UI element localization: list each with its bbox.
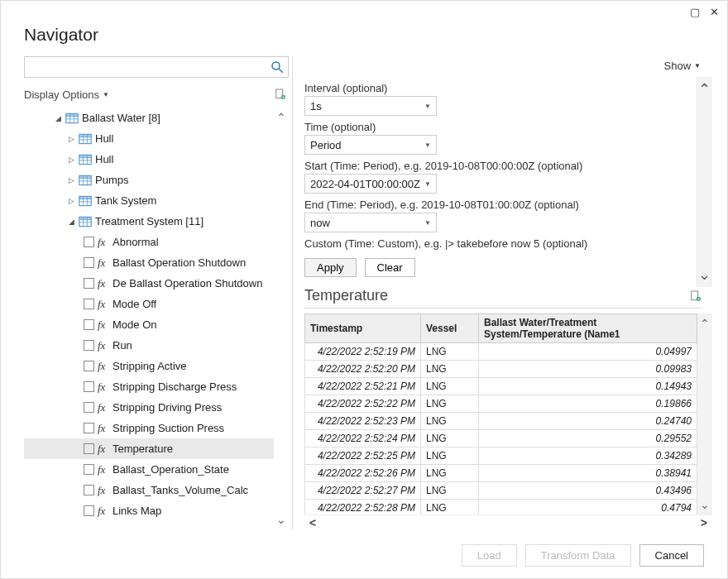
end-select[interactable]: now▼ [304,213,437,232]
table-row[interactable]: 4/22/2022 2:52:27 PMLNG0.43496 [305,482,697,500]
chevron-down-icon: ▼ [424,103,431,110]
expand-icon[interactable]: ▷ [67,135,75,143]
table-icon [79,216,92,227]
table-row[interactable]: 4/22/2022 2:52:28 PMLNG0.4794 [305,500,697,515]
table-row[interactable]: 4/22/2022 2:52:21 PMLNG0.14943 [305,378,697,395]
display-options-dropdown[interactable]: Display Options ▼ [24,89,109,101]
table-header[interactable]: Vessel [421,314,479,343]
tree-leaf-fx[interactable]: fxBallast_Tanks_Volume_Calc [24,480,274,500]
navigation-tree[interactable]: ◢Ballast Water [8]▷Hull▷Hull▷Pumps▷Tank … [24,108,274,529]
checkbox[interactable] [84,423,94,433]
table-vscrollbar[interactable]: ⌃ ⌄ [697,313,712,514]
cell-timestamp: 4/22/2022 2:52:19 PM [305,343,421,361]
left-pane: Display Options ▼ + ◢Ballast Water [8]▷H… [24,56,289,529]
time-select[interactable]: Period▼ [304,135,437,155]
checkbox[interactable] [84,505,94,516]
maximize-icon[interactable]: ▢ [690,6,700,18]
search-input[interactable] [24,56,289,78]
svg-point-0 [272,62,280,69]
apply-button[interactable]: Apply [304,258,357,277]
tree-label: Ballast Operation Shutdown [113,256,246,269]
tree-leaf-fx[interactable]: fxStripping Driving Press [24,397,274,418]
tree-leaf-fx[interactable]: fxLinks Map [24,500,274,521]
expand-icon[interactable]: ▷ [67,176,75,184]
tree-node[interactable]: ▷Tank System [24,190,274,211]
fx-icon: fx [98,422,109,435]
checkbox[interactable] [84,402,94,413]
table-hscrollbar[interactable]: < > [304,514,712,529]
tree-leaf-fx[interactable]: fxStripping Discharge Press [24,376,274,397]
scroll-up-icon[interactable]: ⌃ [700,317,710,330]
load-button[interactable]: Load [462,544,517,567]
expand-icon[interactable]: ▷ [67,156,75,164]
cell-vessel: LNG [421,343,479,361]
collapse-icon[interactable]: ◢ [67,218,75,226]
transform-data-button[interactable]: Transform Data [525,544,631,567]
checkbox[interactable] [84,361,94,371]
tree-leaf-fx[interactable]: fxBallast_Operation_State [24,459,274,480]
checkbox[interactable] [84,278,94,289]
tree-label: Pumps [95,174,128,186]
tree-leaf-fx[interactable]: fxTemperature [24,438,274,459]
show-dropdown[interactable]: Show ▼ [304,56,712,77]
tree-leaf-fx[interactable]: fxDe Ballast Operation Shutdown [24,273,274,294]
scroll-down-icon[interactable]: ⌄ [276,513,286,526]
cancel-button[interactable]: Cancel [639,544,704,567]
fx-icon: fx [98,277,109,290]
params-scrollbar[interactable]: ⌃ ⌄ [696,77,712,287]
tree-leaf-fx[interactable]: fxMode On [24,314,274,335]
tree-node-treatment-system[interactable]: ◢Treatment System [11] [24,211,274,232]
tree-leaf-fx[interactable]: fxStripping Active [24,356,274,376]
table-row[interactable]: 4/22/2022 2:52:19 PMLNG0.04997 [305,343,697,361]
preview-table[interactable]: TimestampVesselBallast Water/Treatment S… [304,313,697,514]
cell-vessel: LNG [421,500,479,515]
table-row[interactable]: 4/22/2022 2:52:20 PMLNG0.09983 [305,361,697,378]
table-header[interactable]: Ballast Water/Treatment System/Temperatu… [479,314,697,343]
table-row[interactable]: 4/22/2022 2:52:24 PMLNG0.29552 [305,430,697,447]
tree-leaf-fx[interactable]: fxRun [24,335,274,356]
scroll-up-icon[interactable]: ⌃ [276,111,286,124]
scroll-down-icon[interactable]: ⌄ [700,498,710,511]
checkbox[interactable] [84,299,94,309]
checkbox[interactable] [84,485,94,495]
search-icon [270,60,285,74]
checkbox[interactable] [84,237,94,247]
table-row[interactable]: 4/22/2022 2:52:23 PMLNG0.24740 [305,413,697,430]
tree-scrollbar[interactable]: ⌃ ⌄ [274,108,289,529]
tree-leaf-fx[interactable]: fxAbnormal [24,232,274,252]
checkbox[interactable] [84,319,94,330]
scroll-left-icon[interactable]: < [309,516,316,529]
tree-leaf-fx[interactable]: fxMode Off [24,294,274,314]
tree-node[interactable]: ▷Hull [24,128,274,149]
table-header[interactable]: Timestamp [305,314,421,343]
close-icon[interactable]: ✕ [710,6,719,18]
table-row[interactable]: 4/22/2022 2:52:26 PMLNG0.38941 [305,465,697,482]
scroll-right-icon[interactable]: > [701,516,707,529]
checkbox[interactable] [84,381,94,392]
expand-icon[interactable]: ▷ [67,197,75,205]
tree-node-ballast-water[interactable]: ◢Ballast Water [8] [24,108,274,128]
checkbox[interactable] [84,443,94,454]
start-select[interactable]: 2022-04-01T00:00:00Z▼ [304,174,437,194]
checkbox[interactable] [84,464,94,475]
scroll-down-icon[interactable]: ⌄ [698,266,711,284]
tree-leaf-fx[interactable]: fxStripping Suction Press [24,418,274,438]
tree-label: Hull [95,132,113,145]
fx-icon: fx [98,401,109,414]
refresh-preview-icon[interactable]: + [689,289,702,304]
table-row[interactable]: 4/22/2022 2:52:22 PMLNG0.19866 [305,395,697,413]
checkbox[interactable] [84,340,94,351]
search-field[interactable] [28,61,270,74]
collapse-icon[interactable]: ◢ [54,114,62,122]
header: Navigator [1,18,727,56]
checkbox[interactable] [84,257,94,268]
refresh-icon[interactable]: + [274,88,287,101]
table-row[interactable]: 4/22/2022 2:52:25 PMLNG0.34289 [305,447,697,465]
clear-button[interactable]: Clear [365,258,415,277]
scroll-up-icon[interactable]: ⌃ [698,80,711,98]
interval-select[interactable]: 1s▼ [304,96,437,116]
tree-leaf-fx[interactable]: fxBallast Operation Shutdown [24,252,274,273]
tree-node[interactable]: ▷Hull [24,149,274,170]
cell-value: 0.14943 [479,378,697,395]
tree-node[interactable]: ▷Pumps [24,170,274,190]
